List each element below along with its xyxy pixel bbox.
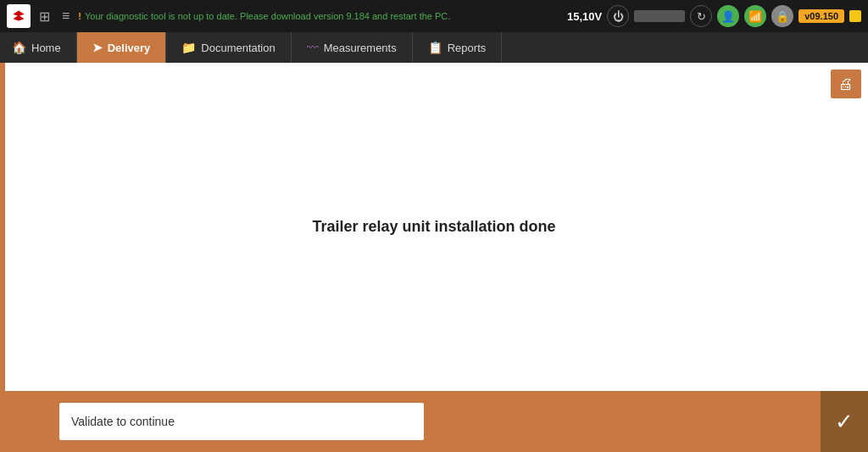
side-accent-bar [0,63,5,391]
brand-logo[interactable] [7,4,31,28]
voltage-display: 15,10V [567,10,602,23]
topbar-right: 15,10V ⏻ ↻ 👤 📶 🔒 v09.150 [567,5,861,27]
validate-text-box: Validate to continue [59,403,424,440]
tab-reports-label: Reports [448,42,487,54]
power-icon[interactable]: ⏻ [607,5,629,27]
user-icon[interactable]: 👤 [717,5,739,27]
confirm-button[interactable]: ✓ [821,391,868,452]
documentation-icon: 📁 [181,41,196,54]
installation-message: Trailer relay unit installation done [312,218,555,236]
navigation-bar: 🏠 Home ➤ Delivery 📁 Documentation 〰 Meas… [0,32,868,63]
checkmark-icon: ✓ [835,409,854,435]
tab-measurements-label: Measurements [324,42,397,54]
refresh-icon[interactable]: ↻ [690,5,712,27]
tab-home[interactable]: 🏠 Home [0,32,77,63]
validate-label: Validate to continue [71,415,175,428]
reports-icon: 📋 [428,41,442,54]
tab-documentation-label: Documentation [201,42,275,54]
tab-delivery-label: Delivery [108,42,151,54]
warning-icon: ! [78,11,81,21]
tab-home-label: Home [31,42,61,54]
minimize-button[interactable] [849,10,861,22]
tab-reports[interactable]: 📋 Reports [413,32,503,63]
topbar: ⊞ ≡ !Your diagnostic tool is not up to d… [0,0,868,32]
bottom-bar: Validate to continue ✓ [0,391,868,452]
print-button[interactable]: 🖨 [831,70,861,98]
home-icon: 🏠 [12,41,26,54]
version-badge: v09.150 [798,9,844,23]
measurements-icon: 〰 [307,41,319,54]
warning-message: !Your diagnostic tool is not up to date.… [78,10,562,22]
main-content: 🖨 Trailer relay unit installation done [0,63,868,391]
tab-delivery[interactable]: ➤ Delivery [77,32,167,63]
grid-icon[interactable]: ⊞ [36,7,53,26]
menu-icon[interactable]: ≡ [58,7,73,25]
tab-measurements[interactable]: 〰 Measurements [292,32,413,63]
tab-documentation[interactable]: 📁 Documentation [166,32,291,63]
signal-bar [634,10,685,22]
lock-icon[interactable]: 🔒 [771,5,793,27]
wifi-icon[interactable]: 📶 [744,5,766,27]
delivery-icon: ➤ [92,41,103,54]
